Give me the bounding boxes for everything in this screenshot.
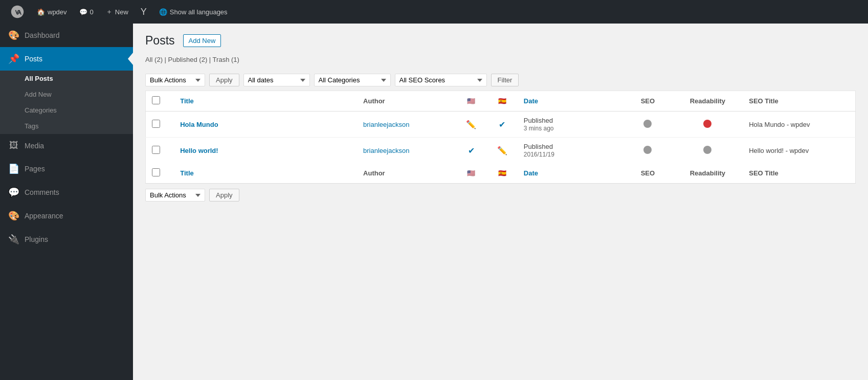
col-footer-readability: Readability [673, 163, 743, 184]
bulk-actions-select-bottom[interactable]: Bulk Actions Edit Move to Trash [145, 189, 205, 202]
yoast-icon: Y [141, 7, 147, 17]
admin-languages[interactable]: 🌐 Show all languages [154, 0, 233, 24]
add-new-button[interactable]: Add New [183, 34, 221, 47]
col-footer-seo: SEO [623, 163, 672, 184]
admin-comments[interactable]: 💬 0 [74, 0, 99, 24]
bottom-toolbar: Bulk Actions Edit Move to Trash Apply [145, 184, 856, 202]
separator2: | [209, 56, 213, 63]
select-all-footer-checkbox[interactable] [152, 168, 160, 176]
filter-published-link[interactable]: Published (2) [168, 56, 209, 63]
col-header-date[interactable]: Date [518, 91, 623, 111]
bulk-actions-select-top[interactable]: Bulk Actions Edit Move to Trash [145, 74, 205, 86]
col-footer-checkbox [146, 163, 174, 184]
lang1-icon[interactable]: ✏️ [466, 120, 476, 129]
author-link[interactable]: brianleejackson [363, 121, 409, 128]
readability-dot [703, 146, 711, 154]
row-checkbox[interactable] [152, 120, 160, 128]
filter-all-link[interactable]: All (2) [145, 56, 165, 63]
date-value: 3 mins ago [524, 125, 554, 132]
post-title-link[interactable]: Hello world! [180, 147, 218, 154]
sidebar-item-all-posts[interactable]: All Posts [0, 71, 133, 86]
sidebar-item-posts[interactable]: 📌 Posts [0, 47, 133, 71]
pages-label: Pages [25, 165, 45, 173]
col-header-lang1: 🇺🇸 [456, 91, 487, 111]
row-seo-cell [623, 111, 672, 138]
title-sort-link[interactable]: Title [180, 97, 194, 105]
admin-new[interactable]: ＋ New [101, 0, 133, 24]
row-author-cell: brianleejackson [357, 111, 456, 138]
row-readability-cell [673, 111, 743, 138]
admin-yoast[interactable]: Y [136, 0, 152, 24]
sidebar-item-media[interactable]: 🖼 Media [0, 134, 133, 157]
table-header-row: Title Author 🇺🇸 🇪🇸 Date SEO Readability … [146, 91, 856, 111]
sidebar-item-pages[interactable]: 📄 Pages [0, 157, 133, 181]
row-title-cell: Hello world! [174, 138, 357, 164]
sidebar-item-appearance[interactable]: 🎨 Appearance [0, 204, 133, 228]
filter-trash-link[interactable]: Trash (1) [213, 56, 239, 63]
row-title-cell: Hola Mundo [174, 111, 357, 138]
admin-home[interactable]: 🏠 wpdev [32, 0, 72, 24]
wp-logo[interactable] [5, 0, 30, 24]
sidebar-item-plugins[interactable]: 🔌 Plugins [0, 228, 133, 251]
posts-label: Posts [25, 55, 42, 63]
title-footer-sort-link[interactable]: Title [180, 169, 194, 177]
col-header-lang2: 🇪🇸 [486, 91, 518, 111]
sidebar-item-dashboard[interactable]: 🎨 Dashboard [0, 24, 133, 47]
date-value: 2016/11/19 [524, 151, 554, 158]
lang2-icon[interactable]: ✔ [499, 120, 505, 129]
col-header-title[interactable]: Title [174, 91, 357, 111]
lang1-icon[interactable]: ✔ [468, 146, 475, 155]
row-lang2-cell: ✔ [486, 111, 518, 138]
col-footer-title[interactable]: Title [174, 163, 357, 184]
filter-links: All (2) | Published (2) | Trash (1) [145, 56, 856, 63]
posts-submenu: All Posts Add New Categories Tags [0, 71, 133, 134]
select-all-checkbox[interactable] [152, 96, 160, 104]
all-dates-select[interactable]: All dates March 2017 November 2016 [243, 74, 310, 86]
all-seo-scores-select[interactable]: All SEO Scores Good (1-100) OK (1-100) B… [395, 74, 487, 86]
row-author-cell: brianleejackson [357, 138, 456, 164]
sidebar-item-tags[interactable]: Tags [0, 118, 133, 134]
all-categories-select[interactable]: All Categories [314, 74, 391, 86]
plugins-icon: 🔌 [8, 234, 19, 245]
row-seotitle-cell: Hola Mundo - wpdev [743, 111, 855, 138]
sidebar-item-add-new-post[interactable]: Add New [0, 86, 133, 102]
date-sort-link[interactable]: Date [524, 97, 538, 105]
post-title-link[interactable]: Hola Mundo [180, 121, 218, 128]
col-footer-lang1: 🇺🇸 [456, 163, 487, 184]
date-status: Published [524, 143, 553, 150]
sidebar: 🎨 Dashboard 📌 Posts All Posts Add New Ca… [0, 24, 133, 380]
col-header-seotitle: SEO Title [743, 91, 855, 111]
plus-icon: ＋ [106, 7, 113, 16]
row-lang1-cell: ✔ [456, 138, 487, 164]
apply-button-top[interactable]: Apply [209, 74, 239, 86]
home-icon: 🏠 [37, 8, 45, 16]
site-name: wpdev [48, 8, 67, 16]
separator1: | [165, 56, 168, 63]
col-footer-lang2: 🇪🇸 [486, 163, 518, 184]
col-footer-date[interactable]: Date [518, 163, 623, 184]
top-toolbar: Bulk Actions Edit Move to Trash Apply Al… [145, 70, 856, 91]
col-footer-seotitle: SEO Title [743, 163, 855, 184]
page-header: Posts Add New [145, 34, 856, 48]
new-label: New [115, 8, 128, 16]
dashboard-icon: 🎨 [8, 30, 19, 41]
date-footer-sort-link[interactable]: Date [524, 169, 538, 177]
main-content: Posts Add New All (2) | Published (2) | … [133, 24, 868, 380]
sidebar-item-comments[interactable]: 💬 Comments [0, 181, 133, 204]
media-label: Media [25, 142, 44, 150]
lang2-icon[interactable]: ✏️ [497, 146, 507, 155]
comments-count: 0 [90, 8, 94, 16]
sidebar-item-categories[interactable]: Categories [0, 102, 133, 118]
col-footer-author: Author [357, 163, 456, 184]
row-date-cell: Published 2016/11/19 [518, 138, 623, 164]
seo-title-value: Hola Mundo - wpdev [749, 121, 810, 128]
row-checkbox[interactable] [152, 146, 160, 154]
media-icon: 🖼 [8, 140, 19, 151]
filter-button[interactable]: Filter [491, 74, 519, 86]
author-link[interactable]: brianleejackson [363, 147, 409, 154]
row-lang1-cell: ✏️ [456, 111, 487, 138]
apply-button-bottom[interactable]: Apply [209, 189, 239, 202]
table-footer-row: Title Author 🇺🇸 🇪🇸 Date SEO Readability … [146, 163, 856, 184]
seo-dot [643, 146, 652, 154]
admin-bar: 🏠 wpdev 💬 0 ＋ New Y 🌐 Show all languages [0, 0, 868, 24]
